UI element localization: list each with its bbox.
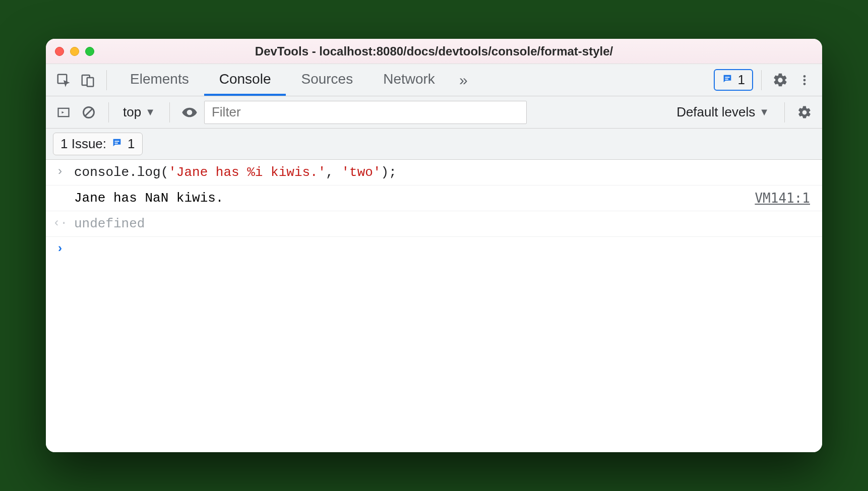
- separator: [108, 102, 109, 122]
- message-icon: [722, 72, 733, 88]
- svg-rect-3: [725, 77, 729, 78]
- issues-bar: 1 Issue: 1: [46, 129, 822, 160]
- svg-line-10: [85, 109, 92, 116]
- separator: [169, 102, 170, 122]
- svg-rect-4: [725, 79, 728, 80]
- kebab-menu-icon[interactable]: [794, 70, 815, 91]
- issues-button[interactable]: 1: [714, 69, 753, 91]
- prompt-chevron-icon: ›: [53, 242, 67, 256]
- return-chevron-icon: ‹·: [53, 216, 67, 230]
- separator: [106, 70, 107, 90]
- console-row: Jane has NaN kiwis.VM141:1: [46, 186, 822, 211]
- filter-input[interactable]: [204, 101, 527, 124]
- console-row: ›console.log('Jane has %i kiwis.', 'two'…: [46, 160, 822, 186]
- panel-tabs: Elements Console Sources Network »: [115, 64, 477, 96]
- issue-chip[interactable]: 1 Issue: 1: [53, 133, 143, 155]
- tab-elements[interactable]: Elements: [115, 64, 204, 96]
- svg-rect-11: [114, 141, 119, 142]
- console-sidebar-toggle-icon[interactable]: [53, 102, 74, 123]
- device-toggle-icon[interactable]: [77, 70, 98, 91]
- close-window-button[interactable]: [55, 47, 64, 56]
- levels-label: Default levels: [676, 104, 755, 120]
- log-levels-dropdown[interactable]: Default levels ▼: [670, 104, 775, 120]
- console-toolbar: top ▼ Default levels ▼: [46, 96, 822, 129]
- svg-point-6: [803, 79, 806, 81]
- separator: [784, 102, 785, 122]
- window-title: DevTools - localhost:8080/docs/devtools/…: [255, 44, 613, 58]
- devtools-window: DevTools - localhost:8080/docs/devtools/…: [46, 39, 822, 452]
- issue-chip-label: 1 Issue:: [60, 136, 106, 152]
- context-label: top: [123, 104, 141, 120]
- execution-context-dropdown[interactable]: top ▼: [118, 104, 160, 120]
- tabs-overflow-button[interactable]: »: [450, 64, 477, 96]
- chevron-down-icon: ▼: [145, 106, 155, 118]
- traffic-lights: [55, 47, 94, 56]
- source-link[interactable]: VM141:1: [755, 191, 815, 206]
- console-settings-gear-icon[interactable]: [794, 102, 815, 123]
- svg-rect-2: [87, 78, 94, 87]
- fullscreen-window-button[interactable]: [85, 47, 94, 56]
- minimize-window-button[interactable]: [70, 47, 79, 56]
- titlebar: DevTools - localhost:8080/docs/devtools/…: [46, 39, 822, 64]
- tab-network[interactable]: Network: [368, 64, 450, 96]
- tab-console[interactable]: Console: [204, 64, 286, 96]
- chevron-down-icon: ▼: [759, 106, 769, 118]
- live-expression-eye-icon[interactable]: [179, 102, 200, 123]
- issue-chip-count: 1: [128, 136, 135, 152]
- main-toolbar: Elements Console Sources Network » 1: [46, 64, 822, 96]
- svg-point-5: [803, 75, 806, 78]
- console-row: ›: [46, 237, 822, 262]
- console-row: ‹·undefined: [46, 211, 822, 237]
- input-chevron-icon: ›: [53, 165, 67, 178]
- console-input-code: console.log('Jane has %i kiwis.', 'two')…: [74, 165, 815, 180]
- inspect-element-icon[interactable]: [53, 70, 74, 91]
- console-prompt-input[interactable]: [74, 242, 815, 257]
- separator: [761, 70, 762, 90]
- svg-rect-12: [114, 143, 117, 144]
- message-icon: [111, 136, 122, 152]
- tab-sources[interactable]: Sources: [286, 64, 368, 96]
- console-log-output: Jane has NaN kiwis.: [74, 191, 748, 206]
- console-return-value: undefined: [74, 216, 815, 231]
- svg-point-7: [803, 83, 806, 85]
- clear-console-icon[interactable]: [78, 102, 99, 123]
- settings-gear-icon[interactable]: [770, 70, 791, 91]
- issues-count: 1: [738, 72, 745, 88]
- console-output: ›console.log('Jane has %i kiwis.', 'two'…: [46, 160, 822, 452]
